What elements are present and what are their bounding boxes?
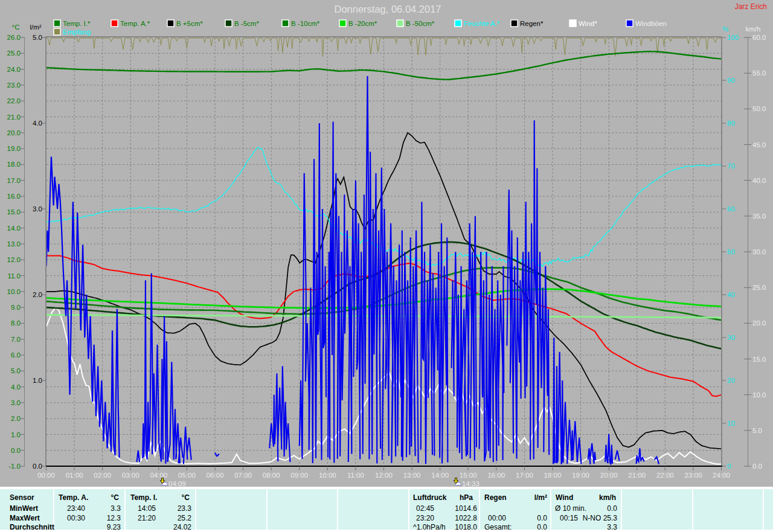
svg-text:21:00: 21:00 <box>628 472 646 479</box>
svg-text:18.0: 18.0 <box>7 161 21 168</box>
svg-text:Luftdruck: Luftdruck <box>413 493 447 502</box>
svg-text:8.0: 8.0 <box>11 319 21 327</box>
svg-text:02:45: 02:45 <box>416 504 434 513</box>
svg-text:25.2: 25.2 <box>178 514 192 522</box>
svg-text:09:00: 09:00 <box>290 472 308 479</box>
svg-text:Temp. A.: Temp. A. <box>59 493 88 502</box>
svg-text:Jarz Erich: Jarz Erich <box>735 2 767 11</box>
svg-text:1018.0: 1018.0 <box>455 523 477 531</box>
svg-text:B -20cm*: B -20cm* <box>348 20 377 27</box>
svg-text:Wind*: Wind* <box>579 20 597 27</box>
svg-text:100: 100 <box>727 34 739 41</box>
svg-text:MaxWert: MaxWert <box>10 514 40 522</box>
svg-text:4.0: 4.0 <box>11 383 21 391</box>
svg-text:02:00: 02:00 <box>94 472 111 479</box>
svg-text:14:33: 14:33 <box>462 480 480 487</box>
svg-text:04:09: 04:09 <box>168 480 186 487</box>
svg-text:0.0: 0.0 <box>537 514 547 522</box>
svg-text:15.0: 15.0 <box>7 208 21 216</box>
svg-text:19:00: 19:00 <box>572 472 589 479</box>
svg-text:00:15: 00:15 <box>560 514 578 522</box>
svg-text:Wind: Wind <box>556 493 573 502</box>
svg-text:Temp. I.: Temp. I. <box>130 493 157 502</box>
svg-text:12:00: 12:00 <box>375 472 393 479</box>
svg-text:10.0: 10.0 <box>7 288 21 295</box>
svg-text:80: 80 <box>727 120 735 127</box>
svg-text:^1.0hPa/h: ^1.0hPa/h <box>413 523 446 531</box>
svg-text:Regen*: Regen* <box>520 20 544 27</box>
svg-text:B -10cm*: B -10cm* <box>291 20 320 27</box>
svg-text:30.0: 30.0 <box>752 248 766 255</box>
svg-text:4.0: 4.0 <box>33 120 42 127</box>
svg-text:15:00: 15:00 <box>460 472 477 479</box>
svg-text:l/m²: l/m² <box>30 24 41 31</box>
svg-text:20: 20 <box>727 377 735 384</box>
svg-text:Durchschnitt: Durchschnitt <box>10 523 54 531</box>
svg-text:20.0: 20.0 <box>752 319 766 327</box>
svg-text:Temp. I.*: Temp. I.* <box>63 20 91 27</box>
svg-text:90: 90 <box>727 77 735 84</box>
svg-text:0.0: 0.0 <box>607 504 617 513</box>
svg-text:Temp. A.*: Temp. A.* <box>120 20 150 27</box>
svg-text:3.3: 3.3 <box>111 504 121 513</box>
svg-text:°C: °C <box>12 24 20 31</box>
svg-text:40.0: 40.0 <box>752 177 766 184</box>
svg-text:40: 40 <box>727 291 735 298</box>
svg-text:25.0: 25.0 <box>752 284 766 291</box>
svg-text:17:00: 17:00 <box>516 472 533 479</box>
svg-text:hPa: hPa <box>460 493 473 502</box>
svg-text:0.0: 0.0 <box>33 463 42 470</box>
svg-text:23:20: 23:20 <box>416 514 434 522</box>
svg-text:23.0: 23.0 <box>7 82 21 89</box>
svg-text:12.3: 12.3 <box>107 514 121 522</box>
svg-text:30: 30 <box>727 334 735 341</box>
svg-text:km/h: km/h <box>746 25 761 33</box>
svg-text:Feuchte A.*: Feuchte A.* <box>464 20 500 27</box>
svg-text:Ø 10 min.: Ø 10 min. <box>555 504 586 513</box>
svg-text:01:00: 01:00 <box>66 472 83 479</box>
svg-text:00:00: 00:00 <box>488 514 506 522</box>
svg-text:23:40: 23:40 <box>67 504 85 513</box>
svg-text:10: 10 <box>727 420 735 427</box>
svg-text:22:00: 22:00 <box>656 472 674 479</box>
svg-text:2.0: 2.0 <box>11 415 21 422</box>
svg-text:13:00: 13:00 <box>403 472 421 479</box>
svg-text:55.0: 55.0 <box>752 69 766 77</box>
svg-text:35.0: 35.0 <box>752 213 766 220</box>
svg-text:2.0: 2.0 <box>33 291 42 298</box>
svg-text:Empfang: Empfang <box>63 28 91 36</box>
svg-text:%: % <box>722 25 728 33</box>
svg-text:°C: °C <box>111 493 120 502</box>
svg-text:08:00: 08:00 <box>263 472 280 479</box>
svg-text:1014.6: 1014.6 <box>455 504 477 513</box>
svg-text:15.0: 15.0 <box>752 356 766 363</box>
svg-text:3.3: 3.3 <box>607 523 617 531</box>
svg-text:0: 0 <box>727 463 731 470</box>
svg-text:MinWert: MinWert <box>10 504 38 513</box>
svg-text:16.0: 16.0 <box>7 193 21 200</box>
svg-text:50.0: 50.0 <box>752 105 766 112</box>
svg-text:5.0: 5.0 <box>752 427 762 434</box>
svg-text:°C: °C <box>182 493 190 502</box>
svg-text:26.0: 26.0 <box>7 34 21 41</box>
svg-text:9.23: 9.23 <box>107 523 121 531</box>
svg-text:25.0: 25.0 <box>7 50 21 57</box>
svg-text:11.0: 11.0 <box>7 272 21 280</box>
svg-text:B -5cm*: B -5cm* <box>234 20 259 27</box>
svg-text:10:00: 10:00 <box>319 472 336 479</box>
svg-text:20:00: 20:00 <box>600 472 618 479</box>
svg-text:45.0: 45.0 <box>752 141 766 149</box>
svg-text:Regen: Regen <box>484 493 507 502</box>
svg-text:B +5cm*: B +5cm* <box>176 20 203 27</box>
svg-text:60.0: 60.0 <box>752 34 766 41</box>
svg-text:B -50cm*: B -50cm* <box>406 20 435 27</box>
svg-text:23:00: 23:00 <box>685 472 702 479</box>
svg-text:Sensor: Sensor <box>10 493 34 502</box>
svg-text:14:00: 14:00 <box>431 472 449 479</box>
svg-text:07:00: 07:00 <box>234 472 252 479</box>
svg-text:24:00: 24:00 <box>713 472 730 479</box>
svg-text:14.0: 14.0 <box>7 225 21 232</box>
svg-text:23.3: 23.3 <box>178 504 192 513</box>
svg-text:04:00: 04:00 <box>150 472 167 479</box>
svg-text:1.0: 1.0 <box>11 431 21 438</box>
